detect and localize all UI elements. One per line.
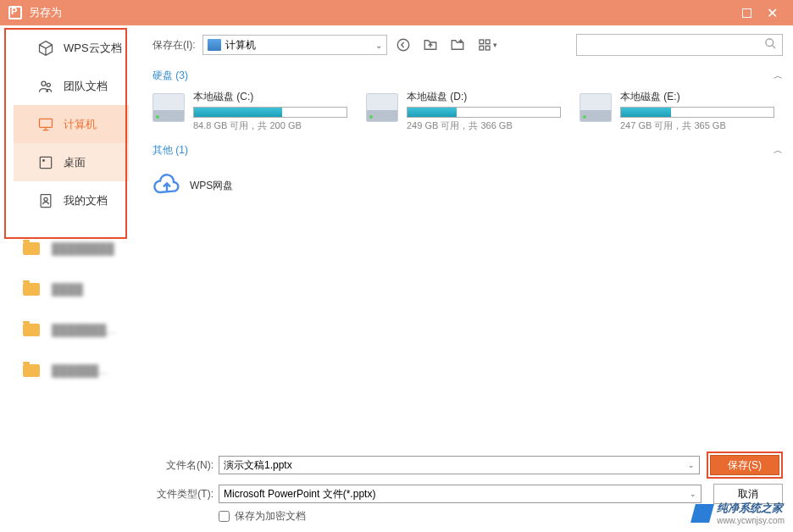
recent-folder-2[interactable]: ████ xyxy=(0,269,142,309)
sidebar-item-label: 桌面 xyxy=(64,155,86,170)
team-icon xyxy=(36,77,55,96)
cube-icon xyxy=(36,39,55,58)
drive-text: 247 GB 可用，共 365 GB xyxy=(620,119,774,132)
watermark-logo xyxy=(690,504,714,523)
drive-icon xyxy=(152,93,185,122)
search-box[interactable] xyxy=(576,34,783,56)
location-label: 保存在(I): xyxy=(152,38,196,53)
sidebar: WPS云文档 团队文档 计算机 桌面 我的文档 xyxy=(0,25,142,532)
filetype-dropdown[interactable]: Microsoft PowerPoint 文件(*.pptx) ⌄ xyxy=(219,485,702,503)
annotation-highlight: 保存(S) xyxy=(707,452,783,479)
drive-e[interactable]: 本地磁盘 (E:) 247 GB 可用，共 365 GB xyxy=(580,90,774,132)
toolbar: 保存在(I): 计算机 ⌄ ▾ xyxy=(152,34,783,56)
svg-point-7 xyxy=(397,39,409,51)
drive-usage-bar xyxy=(620,107,774,118)
sidebar-item-cloud-docs[interactable]: WPS云文档 xyxy=(14,29,129,67)
encrypt-checkbox[interactable] xyxy=(219,511,230,522)
svg-rect-11 xyxy=(486,46,491,50)
chevron-down-icon: ⌄ xyxy=(688,461,695,469)
recent-folder-4[interactable]: ██████... xyxy=(0,350,142,391)
cloud-label: WPS网盘 xyxy=(190,179,233,193)
section-label: 硬盘 (3) xyxy=(152,69,188,83)
filename-label: 文件名(N): xyxy=(152,458,214,473)
recent-folder-3[interactable]: ███████... xyxy=(0,309,142,350)
drive-text: 249 GB 可用，共 366 GB xyxy=(407,119,561,132)
section-disk[interactable]: 硬盘 (3) ︿ xyxy=(152,69,783,83)
chevron-up-icon: ︿ xyxy=(774,69,783,82)
chevron-up-icon: ︿ xyxy=(774,144,783,157)
svg-rect-8 xyxy=(480,40,484,44)
watermark: 纯净系统之家 www.ycwnjsy.com xyxy=(693,501,785,525)
drive-icon xyxy=(580,93,612,122)
svg-point-6 xyxy=(44,197,47,201)
drive-name: 本地磁盘 (C:) xyxy=(193,90,347,104)
cloud-icon xyxy=(152,171,181,200)
folder-icon xyxy=(23,364,40,377)
drive-usage-bar xyxy=(193,107,347,118)
drive-text: 84.8 GB 可用，共 200 GB xyxy=(193,119,347,132)
chevron-down-icon: ⌄ xyxy=(690,490,696,498)
drive-usage-bar xyxy=(407,107,561,118)
app-icon xyxy=(8,6,22,19)
up-folder-button[interactable] xyxy=(419,35,441,55)
new-folder-button[interactable] xyxy=(446,35,469,55)
save-button[interactable]: 保存(S) xyxy=(710,455,779,475)
sidebar-item-label: 计算机 xyxy=(64,117,97,132)
svg-point-4 xyxy=(43,159,45,161)
watermark-main: 纯净系统之家 xyxy=(717,501,785,516)
location-value: 计算机 xyxy=(225,38,256,53)
drive-name: 本地磁盘 (E:) xyxy=(620,90,774,104)
search-icon xyxy=(764,37,777,53)
user-doc-icon xyxy=(36,191,55,210)
watermark-sub: www.ycwnjsy.com xyxy=(717,516,785,525)
location-dropdown[interactable]: 计算机 ⌄ xyxy=(202,35,387,55)
filename-input[interactable]: 演示文稿1.pptx ⌄ xyxy=(219,456,700,474)
svg-rect-10 xyxy=(480,46,484,50)
svg-rect-9 xyxy=(486,40,491,44)
svg-point-12 xyxy=(766,39,774,47)
drive-d[interactable]: 本地磁盘 (D:) 249 GB 可用，共 366 GB xyxy=(366,90,561,132)
form-area: 文件名(N): 演示文稿1.pptx ⌄ 保存(S) 文件类型(T): Micr… xyxy=(152,445,783,524)
sidebar-item-label: 我的文档 xyxy=(64,193,108,208)
section-label: 其他 (1) xyxy=(152,143,188,158)
chevron-down-icon: ⌄ xyxy=(375,41,382,50)
sidebar-item-label: 团队文档 xyxy=(64,79,108,94)
back-button[interactable] xyxy=(392,35,414,55)
view-options-button[interactable]: ▾ xyxy=(474,35,502,55)
close-button[interactable]: ✕ xyxy=(759,0,785,25)
maximize-button[interactable] xyxy=(734,0,759,25)
folder-icon xyxy=(23,242,40,255)
cloud-drive[interactable]: WPS网盘 xyxy=(152,171,783,200)
sidebar-item-team-docs[interactable]: 团队文档 xyxy=(14,67,129,105)
svg-point-0 xyxy=(42,81,46,86)
folder-icon xyxy=(23,283,40,296)
drive-c[interactable]: 本地磁盘 (C:) 84.8 GB 可用，共 200 GB xyxy=(152,90,347,132)
filename-value: 演示文稿1.pptx xyxy=(224,458,292,473)
drives-row: 本地磁盘 (C:) 84.8 GB 可用，共 200 GB 本地磁盘 (D:) … xyxy=(152,90,783,132)
filetype-value: Microsoft PowerPoint 文件(*.pptx) xyxy=(224,487,375,502)
folder-icon xyxy=(23,324,40,336)
titlebar: 另存为 ✕ xyxy=(0,0,793,25)
encrypt-label: 保存为加密文档 xyxy=(235,509,306,524)
window-title: 另存为 xyxy=(29,5,734,20)
monitor-icon xyxy=(36,115,55,134)
drive-name: 本地磁盘 (D:) xyxy=(407,90,561,104)
section-other[interactable]: 其他 (1) ︿ xyxy=(152,143,783,158)
svg-point-1 xyxy=(47,83,50,86)
sidebar-item-computer[interactable]: 计算机 xyxy=(14,105,129,143)
sidebar-item-desktop[interactable]: 桌面 xyxy=(14,143,129,181)
filetype-label: 文件类型(T): xyxy=(152,487,214,502)
sidebar-item-my-docs[interactable]: 我的文档 xyxy=(14,181,129,219)
computer-small-icon xyxy=(208,39,221,51)
sidebar-item-label: WPS云文档 xyxy=(64,41,122,56)
svg-rect-2 xyxy=(40,119,53,127)
svg-rect-3 xyxy=(40,157,51,168)
drive-icon xyxy=(366,93,398,122)
recent-folder-1[interactable]: ████████ xyxy=(0,228,142,269)
search-input[interactable] xyxy=(582,39,764,51)
desktop-icon xyxy=(36,153,55,172)
